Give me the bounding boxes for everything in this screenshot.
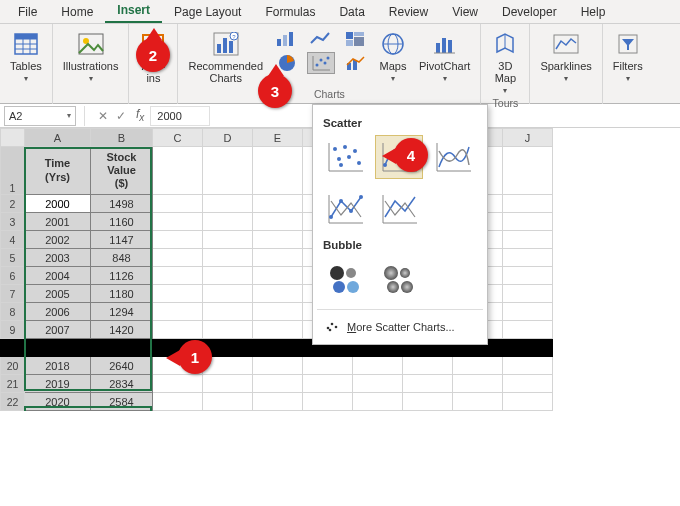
row-header[interactable]: 22 — [1, 393, 25, 411]
row-header[interactable]: 20 — [1, 357, 25, 375]
tab-formulas[interactable]: Formulas — [253, 1, 327, 23]
cell[interactable] — [253, 267, 303, 285]
cell[interactable] — [253, 321, 303, 339]
chart-combo-button[interactable] — [341, 52, 369, 74]
chart-bar-button[interactable] — [273, 28, 301, 50]
cell[interactable] — [203, 147, 253, 195]
chart-scatter-button[interactable] — [307, 52, 335, 74]
maps-button[interactable]: Maps ▾ — [377, 28, 409, 85]
tab-developer[interactable]: Developer — [490, 1, 569, 23]
cell[interactable] — [253, 195, 303, 213]
tab-home[interactable]: Home — [49, 1, 105, 23]
scatter-straight-lines-markers-button[interactable] — [321, 187, 369, 231]
cell[interactable]: 2004 — [25, 267, 91, 285]
cell[interactable] — [303, 357, 353, 375]
chart-hierarchy-button[interactable] — [341, 28, 369, 50]
cell[interactable]: 2019 — [25, 375, 91, 393]
cell[interactable] — [453, 357, 503, 375]
row-header[interactable]: 21 — [1, 375, 25, 393]
chart-line-button[interactable] — [307, 28, 335, 50]
cell[interactable]: 2003 — [25, 249, 91, 267]
scatter-straight-lines-button[interactable] — [375, 187, 423, 231]
cell[interactable] — [403, 393, 453, 411]
pivotchart-button[interactable]: PivotChart ▾ — [417, 28, 472, 85]
cell[interactable] — [203, 267, 253, 285]
cell[interactable] — [403, 357, 453, 375]
cell[interactable] — [253, 231, 303, 249]
cell[interactable] — [353, 357, 403, 375]
row-header[interactable]: 4 — [1, 231, 25, 249]
cell[interactable] — [453, 375, 503, 393]
cell[interactable] — [503, 147, 553, 195]
cell[interactable] — [203, 213, 253, 231]
bubble-3d-button[interactable] — [375, 257, 423, 301]
cell[interactable] — [503, 393, 553, 411]
cell[interactable] — [153, 321, 203, 339]
row-header[interactable]: 5 — [1, 249, 25, 267]
cell[interactable]: 2001 — [25, 213, 91, 231]
cell[interactable]: 2018 — [25, 357, 91, 375]
cell[interactable] — [203, 393, 253, 411]
cell[interactable] — [203, 375, 253, 393]
row-header[interactable]: 8 — [1, 303, 25, 321]
col-header-A[interactable]: A — [25, 129, 91, 147]
cell[interactable] — [153, 393, 203, 411]
cell[interactable] — [203, 231, 253, 249]
cell[interactable] — [153, 285, 203, 303]
cell[interactable]: 1147 — [91, 231, 153, 249]
scatter-markers-button[interactable] — [321, 135, 369, 179]
cell[interactable] — [303, 393, 353, 411]
cell[interactable] — [353, 393, 403, 411]
col-header-B[interactable]: B — [91, 129, 153, 147]
cell[interactable] — [503, 249, 553, 267]
tab-pagelayout[interactable]: Page Layout — [162, 1, 253, 23]
cell[interactable] — [503, 303, 553, 321]
row-header[interactable]: 1 — [1, 147, 25, 195]
cell-A1[interactable]: Time(Yrs) — [25, 147, 91, 195]
tab-data[interactable]: Data — [327, 1, 376, 23]
tab-view[interactable]: View — [440, 1, 490, 23]
cell[interactable] — [153, 267, 203, 285]
cell[interactable] — [503, 231, 553, 249]
cell[interactable] — [253, 147, 303, 195]
scatter-smooth-lines-button[interactable] — [429, 135, 477, 179]
cell[interactable] — [253, 303, 303, 321]
cell[interactable] — [503, 321, 553, 339]
cell[interactable] — [203, 249, 253, 267]
cell[interactable] — [503, 357, 553, 375]
fx-icon[interactable]: fx — [130, 107, 150, 123]
cell[interactable] — [253, 213, 303, 231]
cell[interactable]: 1180 — [91, 285, 153, 303]
cell[interactable]: 2640 — [91, 357, 153, 375]
cell[interactable] — [203, 303, 253, 321]
name-box[interactable]: A2 ▾ — [4, 106, 76, 126]
recommended-charts-button[interactable]: ? Recommended Charts — [186, 28, 265, 86]
select-all-corner[interactable] — [1, 129, 25, 147]
cell[interactable]: 1498 — [91, 195, 153, 213]
cell[interactable] — [253, 393, 303, 411]
tab-help[interactable]: Help — [569, 1, 618, 23]
cell[interactable] — [203, 195, 253, 213]
cell[interactable]: 1420 — [91, 321, 153, 339]
cell[interactable] — [253, 375, 303, 393]
cell[interactable] — [153, 375, 203, 393]
col-header-C[interactable]: C — [153, 129, 203, 147]
cell[interactable]: 848 — [91, 249, 153, 267]
cell[interactable]: 2002 — [25, 231, 91, 249]
row-header[interactable]: 3 — [1, 213, 25, 231]
cell[interactable]: 2834 — [91, 375, 153, 393]
cell[interactable]: 2005 — [25, 285, 91, 303]
cell[interactable] — [153, 231, 203, 249]
tab-file[interactable]: File — [6, 1, 49, 23]
cell[interactable] — [503, 195, 553, 213]
tab-insert[interactable]: Insert — [105, 0, 162, 23]
row-header[interactable]: 2 — [1, 195, 25, 213]
cell[interactable]: 1126 — [91, 267, 153, 285]
col-header-E[interactable]: E — [253, 129, 303, 147]
cell[interactable] — [503, 375, 553, 393]
cell[interactable]: 2006 — [25, 303, 91, 321]
cell[interactable] — [503, 213, 553, 231]
illustrations-button[interactable]: Illustrations ▾ — [61, 28, 121, 85]
cell[interactable]: 2000 — [25, 195, 91, 213]
cell[interactable] — [403, 375, 453, 393]
